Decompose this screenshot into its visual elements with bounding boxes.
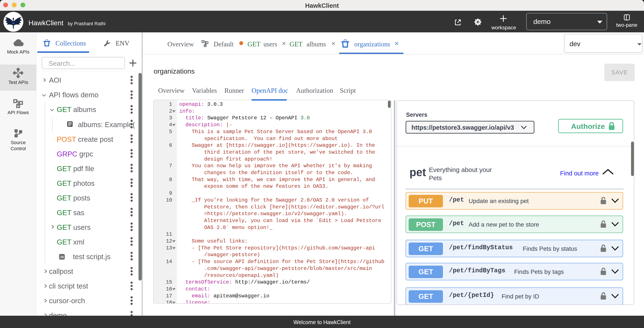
svg-text:JS: JS bbox=[60, 255, 64, 259]
